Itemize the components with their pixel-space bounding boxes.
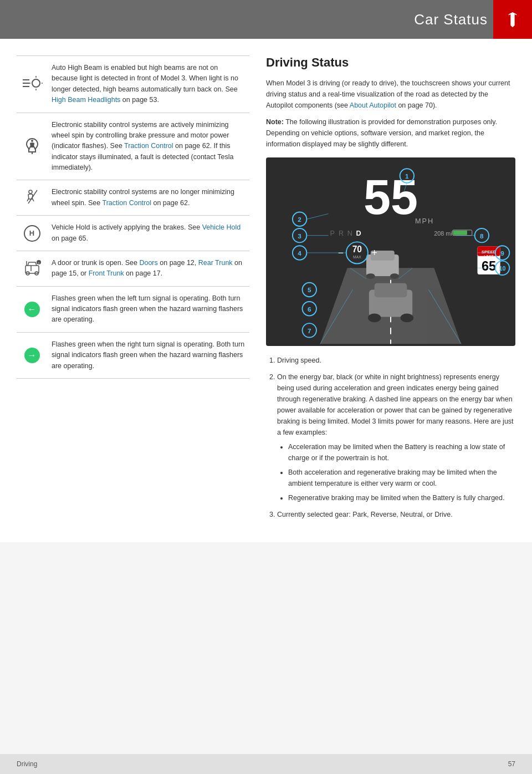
table-row: Electronic stability control systems are… [17,180,249,216]
svg-line-15 [28,190,37,203]
svg-text:SPEED: SPEED [482,249,497,254]
svg-point-27 [401,314,413,323]
header: Car Status [0,0,532,39]
main-content: Auto High Beam is enabled but high beams… [0,39,532,542]
svg-text:55: 55 [364,170,418,225]
list-item-1-text: Driving speed. [277,357,321,364]
svg-point-30 [366,273,375,279]
icon-cell-traction-off [17,180,47,216]
desc-cell-traction: Electronic stability control systems are… [47,113,249,180]
page-title: Car Status [414,11,488,28]
icon-cell-arrow-right: → [17,332,47,378]
desc-cell-arrow-left: Flashes green when the left turn signal … [47,286,249,332]
desc-cell-door: A door or trunk is open. See Doors on pa… [47,251,249,286]
note-label: Note: [266,118,284,126]
svg-text:5: 5 [308,286,311,293]
driving-diagram: 55 MPH P R N D 208 mi 70 MAX − + [266,157,515,346]
svg-text:7: 7 [308,327,311,334]
svg-text:MAX: MAX [353,255,361,259]
table-row: ! A door or trunk is open. See Doors on … [17,251,249,286]
desc-cell-hold: Vehicle Hold is actively applying the br… [47,216,249,251]
doors-link[interactable]: Doors [139,259,157,267]
diagram-svg: 55 MPH P R N D 208 mi 70 MAX − + [266,157,515,346]
svg-rect-44 [453,231,467,235]
tesla-logo [493,0,532,39]
svg-text:3: 3 [298,232,301,240]
traction-off-icon [23,188,42,206]
svg-point-9 [31,140,33,142]
note-paragraph: Note: The following illustration is prov… [266,116,515,150]
front-trunk-link[interactable]: Front Trunk [89,269,124,277]
svg-text:!: ! [38,262,39,265]
table-row: Electronic stability control systems are… [17,113,249,180]
traction-icon [23,136,41,154]
svg-line-14 [32,198,34,201]
svg-text:65: 65 [482,259,496,273]
sub-item-2: Both acceleration and regenerative braki… [288,467,515,489]
icon-cell-hold: H [17,216,47,251]
svg-line-11 [34,146,35,150]
svg-point-3 [32,79,40,87]
footer-page: 57 [508,760,515,768]
right-column: Driving Status When Model 3 is driving (… [266,55,515,526]
icon-table: Auto High Beam is enabled but high beams… [17,55,249,379]
footer-section: Driving [17,760,37,768]
table-row: H Vehicle Hold is actively applying the … [17,216,249,251]
rear-trunk-link[interactable]: Rear Trunk [198,259,233,267]
driving-status-intro: When Model 3 is driving (or ready to dri… [266,78,515,111]
svg-line-10 [29,146,30,150]
svg-text:LIMIT: LIMIT [484,254,494,258]
svg-rect-16 [25,266,39,273]
svg-text:208 mi: 208 mi [434,230,452,237]
svg-point-12 [29,190,32,194]
svg-point-31 [390,273,399,279]
left-turn-icon: ← [24,302,40,317]
table-row: → Flashes green when the right turn sign… [17,332,249,378]
traction-link-1[interactable]: Traction Control [124,142,173,150]
svg-text:9: 9 [500,249,504,257]
numbered-list: Driving speed. On the energy bar, black … [266,355,515,520]
svg-text:1: 1 [405,172,409,180]
svg-text:70: 70 [352,245,362,254]
list-item-2-text: On the energy bar, black (or white in ni… [277,373,514,436]
left-column: Auto High Beam is enabled but high beams… [17,55,249,526]
icon-cell-highbeam [17,56,47,113]
traction-link-2[interactable]: Traction Control [103,199,151,207]
svg-text:4: 4 [298,249,301,257]
svg-text:8: 8 [480,232,484,240]
svg-text:P: P [330,229,334,237]
high-beam-link[interactable]: High Beam Headlights [52,96,120,104]
table-row: Auto High Beam is enabled but high beams… [17,56,249,113]
list-item-1: Driving speed. [277,355,515,366]
list-item-3-text: Currently selected gear: Park, Reverse, … [277,511,453,518]
svg-text:R: R [339,229,344,237]
about-autopilot-link[interactable]: About Autopilot [350,101,396,109]
sub-item-3: Regenerative braking may be limited when… [288,492,515,503]
svg-text:2: 2 [298,216,301,223]
svg-text:N: N [347,229,352,237]
svg-rect-25 [375,283,407,297]
footer: Driving 57 [0,754,532,774]
driving-status-title: Driving Status [266,55,515,70]
door-icon: ! [23,259,41,277]
svg-text:D: D [356,229,361,237]
list-item-2: On the energy bar, black (or white in ni… [277,371,515,503]
table-row: ← Flashes green when the left turn signa… [17,286,249,332]
svg-point-26 [368,314,381,323]
list-item-3: Currently selected gear: Park, Reverse, … [277,509,515,520]
svg-text:+: + [372,247,377,258]
svg-text:6: 6 [308,305,311,313]
right-turn-icon: → [24,348,40,363]
icon-cell-door: ! [17,251,47,286]
svg-text:10: 10 [499,265,506,272]
icon-cell-traction [17,113,47,180]
hold-icon: H [24,225,40,242]
desc-cell-arrow-right: Flashes green when the right turn signal… [47,332,249,378]
desc-cell-traction-off: Electronic stability control systems are… [47,180,249,216]
desc-cell-highbeam: Auto High Beam is enabled but high beams… [47,56,249,113]
vehicle-hold-link[interactable]: Vehicle Hold [202,223,241,231]
svg-line-13 [27,198,29,201]
svg-text:MPH: MPH [415,217,434,225]
sub-item-1: Acceleration may be limited when the Bat… [288,441,515,464]
highbeam-icon [22,75,43,91]
